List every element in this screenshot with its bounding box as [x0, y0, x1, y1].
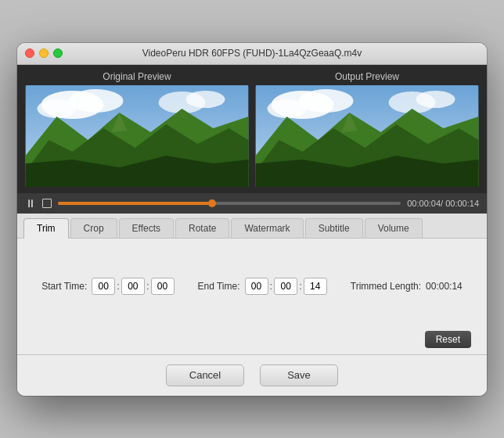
trimmed-length-group: Trimmed Length: 00:00:14: [351, 281, 463, 292]
stop-button[interactable]: [42, 199, 52, 208]
progress-thumb: [208, 199, 216, 207]
save-button[interactable]: Save: [260, 364, 338, 386]
end-sep-2: :: [299, 280, 302, 292]
start-sep-2: :: [146, 280, 149, 292]
maximize-button[interactable]: [53, 48, 63, 58]
tab-watermark[interactable]: Watermark: [231, 218, 303, 238]
svg-point-2: [69, 89, 124, 113]
preview-area: Original Preview: [17, 65, 487, 193]
start-time-label: Start Time:: [41, 281, 87, 292]
reset-button[interactable]: Reset: [425, 331, 471, 348]
svg-point-3: [38, 99, 77, 118]
tab-effects[interactable]: Effects: [119, 218, 174, 238]
start-hour-input[interactable]: [92, 278, 115, 295]
tab-volume[interactable]: Volume: [365, 218, 423, 238]
main-window: VideoPeru HDR 60FPS (FUHD)-1La4QzGeaaQ.m…: [17, 43, 487, 396]
traffic-lights: [25, 48, 63, 58]
minimize-button[interactable]: [39, 48, 49, 58]
tab-subtitle[interactable]: Subtitle: [305, 218, 363, 238]
end-second-input[interactable]: [304, 278, 327, 295]
svg-point-14: [268, 99, 307, 118]
start-minute-input[interactable]: [121, 278, 145, 295]
end-time-group: End Time: : :: [198, 278, 327, 295]
original-preview-panel: Original Preview: [25, 71, 249, 187]
window-title: VideoPeru HDR 60FPS (FUHD)-1La4QzGeaaQ.m…: [142, 48, 362, 59]
end-time-inputs: : :: [245, 278, 327, 295]
bottom-bar: Cancel Save: [17, 355, 487, 396]
close-button[interactable]: [25, 48, 34, 58]
trim-controls: Start Time: : : End Time: :: [33, 278, 471, 295]
start-time-group: Start Time: : :: [41, 278, 174, 295]
tab-rotate[interactable]: Rotate: [175, 218, 229, 238]
output-preview-panel: Output Preview: [255, 71, 479, 187]
time-display: 00:00:04/ 00:00:14: [407, 199, 479, 208]
progress-fill: [58, 202, 212, 205]
tabs-section: Trim Crop Effects Rotate Watermark Subti…: [17, 214, 487, 396]
tabs-bar: Trim Crop Effects Rotate Watermark Subti…: [17, 214, 487, 239]
output-preview-label: Output Preview: [255, 71, 479, 82]
original-preview-label: Original Preview: [25, 71, 249, 82]
end-sep-1: :: [270, 280, 273, 292]
tab-content-trim: Start Time: : : End Time: :: [17, 239, 487, 325]
play-pause-button[interactable]: ⏸: [25, 198, 36, 209]
output-landscape-svg: [255, 85, 479, 187]
original-preview-video: [25, 85, 249, 187]
tab-crop[interactable]: Crop: [70, 218, 117, 238]
start-time-inputs: : :: [92, 278, 174, 295]
original-landscape-svg: [25, 85, 249, 187]
start-second-input[interactable]: [151, 278, 175, 295]
end-hour-input[interactable]: [245, 278, 268, 295]
end-minute-input[interactable]: [274, 278, 297, 295]
trimmed-length-label: Trimmed Length:: [351, 281, 421, 292]
svg-point-16: [416, 91, 455, 108]
end-time-label: End Time:: [198, 281, 240, 292]
svg-point-5: [186, 91, 225, 108]
cancel-button[interactable]: Cancel: [166, 364, 244, 386]
output-preview-video: [255, 85, 479, 187]
transport-bar: ⏸ 00:00:04/ 00:00:14: [17, 193, 487, 214]
svg-point-13: [299, 89, 354, 113]
reset-row: Reset: [17, 325, 487, 354]
progress-track[interactable]: [58, 202, 401, 205]
trimmed-length-value: 00:00:14: [426, 281, 463, 292]
tab-trim[interactable]: Trim: [23, 218, 69, 239]
title-bar: VideoPeru HDR 60FPS (FUHD)-1La4QzGeaaQ.m…: [17, 43, 487, 65]
start-sep-1: :: [117, 280, 120, 292]
